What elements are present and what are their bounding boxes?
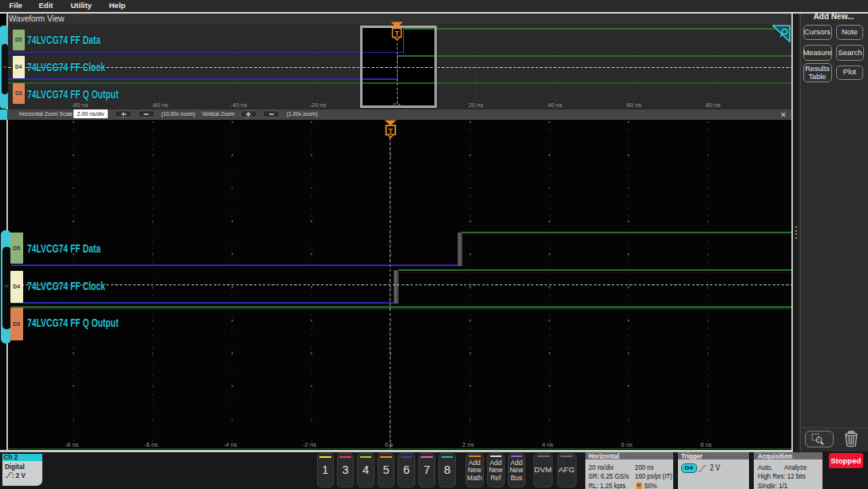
svg-text:T: T	[394, 29, 399, 37]
svg-text:T: T	[388, 126, 393, 135]
